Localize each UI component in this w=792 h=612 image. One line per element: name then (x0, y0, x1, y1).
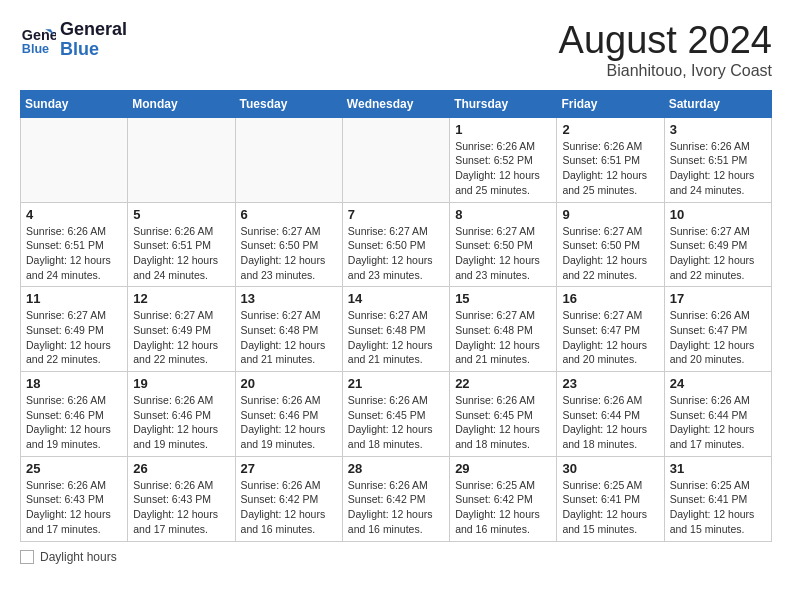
day-header-tuesday: Tuesday (235, 90, 342, 117)
day-number: 26 (133, 461, 229, 476)
day-number: 8 (455, 207, 551, 222)
day-number: 9 (562, 207, 658, 222)
calendar-cell: 24Sunrise: 6:26 AM Sunset: 6:44 PM Dayli… (664, 372, 771, 457)
day-info: Sunrise: 6:26 AM Sunset: 6:43 PM Dayligh… (26, 478, 122, 537)
day-number: 10 (670, 207, 766, 222)
calendar-cell (21, 117, 128, 202)
calendar-cell: 12Sunrise: 6:27 AM Sunset: 6:49 PM Dayli… (128, 287, 235, 372)
day-info: Sunrise: 6:26 AM Sunset: 6:46 PM Dayligh… (26, 393, 122, 452)
day-info: Sunrise: 6:27 AM Sunset: 6:50 PM Dayligh… (348, 224, 444, 283)
day-info: Sunrise: 6:27 AM Sunset: 6:49 PM Dayligh… (133, 308, 229, 367)
day-info: Sunrise: 6:27 AM Sunset: 6:48 PM Dayligh… (241, 308, 337, 367)
day-info: Sunrise: 6:26 AM Sunset: 6:51 PM Dayligh… (133, 224, 229, 283)
day-info: Sunrise: 6:26 AM Sunset: 6:46 PM Dayligh… (133, 393, 229, 452)
logo-icon: General Blue (20, 22, 56, 58)
calendar-cell: 4Sunrise: 6:26 AM Sunset: 6:51 PM Daylig… (21, 202, 128, 287)
calendar-week-3: 11Sunrise: 6:27 AM Sunset: 6:49 PM Dayli… (21, 287, 772, 372)
day-number: 27 (241, 461, 337, 476)
logo: General Blue General Blue (20, 20, 127, 60)
day-info: Sunrise: 6:26 AM Sunset: 6:51 PM Dayligh… (26, 224, 122, 283)
day-number: 20 (241, 376, 337, 391)
calendar-cell: 13Sunrise: 6:27 AM Sunset: 6:48 PM Dayli… (235, 287, 342, 372)
day-number: 2 (562, 122, 658, 137)
calendar-cell: 21Sunrise: 6:26 AM Sunset: 6:45 PM Dayli… (342, 372, 449, 457)
day-info: Sunrise: 6:27 AM Sunset: 6:48 PM Dayligh… (455, 308, 551, 367)
day-number: 28 (348, 461, 444, 476)
calendar-cell: 16Sunrise: 6:27 AM Sunset: 6:47 PM Dayli… (557, 287, 664, 372)
day-header-wednesday: Wednesday (342, 90, 449, 117)
day-info: Sunrise: 6:27 AM Sunset: 6:49 PM Dayligh… (26, 308, 122, 367)
day-number: 4 (26, 207, 122, 222)
day-header-thursday: Thursday (450, 90, 557, 117)
day-number: 16 (562, 291, 658, 306)
day-info: Sunrise: 6:25 AM Sunset: 6:41 PM Dayligh… (562, 478, 658, 537)
calendar-cell (128, 117, 235, 202)
calendar-cell: 26Sunrise: 6:26 AM Sunset: 6:43 PM Dayli… (128, 456, 235, 541)
day-info: Sunrise: 6:26 AM Sunset: 6:42 PM Dayligh… (241, 478, 337, 537)
calendar-cell: 30Sunrise: 6:25 AM Sunset: 6:41 PM Dayli… (557, 456, 664, 541)
day-number: 5 (133, 207, 229, 222)
calendar-week-5: 25Sunrise: 6:26 AM Sunset: 6:43 PM Dayli… (21, 456, 772, 541)
day-info: Sunrise: 6:27 AM Sunset: 6:47 PM Dayligh… (562, 308, 658, 367)
day-number: 11 (26, 291, 122, 306)
day-info: Sunrise: 6:25 AM Sunset: 6:42 PM Dayligh… (455, 478, 551, 537)
day-header-friday: Friday (557, 90, 664, 117)
day-info: Sunrise: 6:26 AM Sunset: 6:44 PM Dayligh… (670, 393, 766, 452)
day-number: 6 (241, 207, 337, 222)
day-number: 13 (241, 291, 337, 306)
day-info: Sunrise: 6:26 AM Sunset: 6:45 PM Dayligh… (455, 393, 551, 452)
footer-note: Daylight hours (20, 550, 772, 564)
calendar-cell (235, 117, 342, 202)
day-info: Sunrise: 6:26 AM Sunset: 6:51 PM Dayligh… (562, 139, 658, 198)
calendar-cell: 2Sunrise: 6:26 AM Sunset: 6:51 PM Daylig… (557, 117, 664, 202)
day-info: Sunrise: 6:25 AM Sunset: 6:41 PM Dayligh… (670, 478, 766, 537)
day-info: Sunrise: 6:26 AM Sunset: 6:52 PM Dayligh… (455, 139, 551, 198)
calendar-cell: 22Sunrise: 6:26 AM Sunset: 6:45 PM Dayli… (450, 372, 557, 457)
day-info: Sunrise: 6:27 AM Sunset: 6:48 PM Dayligh… (348, 308, 444, 367)
day-number: 7 (348, 207, 444, 222)
day-number: 21 (348, 376, 444, 391)
day-number: 18 (26, 376, 122, 391)
calendar-cell: 19Sunrise: 6:26 AM Sunset: 6:46 PM Dayli… (128, 372, 235, 457)
day-number: 12 (133, 291, 229, 306)
calendar-cell: 31Sunrise: 6:25 AM Sunset: 6:41 PM Dayli… (664, 456, 771, 541)
main-title: August 2024 (559, 20, 772, 62)
day-number: 31 (670, 461, 766, 476)
day-number: 14 (348, 291, 444, 306)
calendar-cell: 17Sunrise: 6:26 AM Sunset: 6:47 PM Dayli… (664, 287, 771, 372)
calendar-week-1: 1Sunrise: 6:26 AM Sunset: 6:52 PM Daylig… (21, 117, 772, 202)
footer-label: Daylight hours (40, 550, 117, 564)
calendar-week-4: 18Sunrise: 6:26 AM Sunset: 6:46 PM Dayli… (21, 372, 772, 457)
day-number: 15 (455, 291, 551, 306)
day-info: Sunrise: 6:27 AM Sunset: 6:50 PM Dayligh… (455, 224, 551, 283)
day-info: Sunrise: 6:26 AM Sunset: 6:43 PM Dayligh… (133, 478, 229, 537)
footer-box (20, 550, 34, 564)
logo-general: General (60, 20, 127, 40)
calendar-week-2: 4Sunrise: 6:26 AM Sunset: 6:51 PM Daylig… (21, 202, 772, 287)
calendar-cell: 5Sunrise: 6:26 AM Sunset: 6:51 PM Daylig… (128, 202, 235, 287)
day-header-sunday: Sunday (21, 90, 128, 117)
sub-title: Bianhitouo, Ivory Coast (559, 62, 772, 80)
day-info: Sunrise: 6:27 AM Sunset: 6:49 PM Dayligh… (670, 224, 766, 283)
calendar-cell: 1Sunrise: 6:26 AM Sunset: 6:52 PM Daylig… (450, 117, 557, 202)
calendar-cell: 9Sunrise: 6:27 AM Sunset: 6:50 PM Daylig… (557, 202, 664, 287)
calendar-cell: 3Sunrise: 6:26 AM Sunset: 6:51 PM Daylig… (664, 117, 771, 202)
calendar-cell: 25Sunrise: 6:26 AM Sunset: 6:43 PM Dayli… (21, 456, 128, 541)
day-number: 24 (670, 376, 766, 391)
calendar-cell: 23Sunrise: 6:26 AM Sunset: 6:44 PM Dayli… (557, 372, 664, 457)
calendar-cell: 29Sunrise: 6:25 AM Sunset: 6:42 PM Dayli… (450, 456, 557, 541)
calendar-table: SundayMondayTuesdayWednesdayThursdayFrid… (20, 90, 772, 542)
day-header-saturday: Saturday (664, 90, 771, 117)
day-number: 23 (562, 376, 658, 391)
calendar-cell: 8Sunrise: 6:27 AM Sunset: 6:50 PM Daylig… (450, 202, 557, 287)
calendar-cell (342, 117, 449, 202)
day-info: Sunrise: 6:27 AM Sunset: 6:50 PM Dayligh… (241, 224, 337, 283)
header: General Blue General Blue August 2024 Bi… (20, 20, 772, 80)
day-info: Sunrise: 6:26 AM Sunset: 6:42 PM Dayligh… (348, 478, 444, 537)
day-number: 1 (455, 122, 551, 137)
day-number: 22 (455, 376, 551, 391)
calendar-cell: 11Sunrise: 6:27 AM Sunset: 6:49 PM Dayli… (21, 287, 128, 372)
svg-text:Blue: Blue (22, 41, 49, 55)
calendar-cell: 27Sunrise: 6:26 AM Sunset: 6:42 PM Dayli… (235, 456, 342, 541)
calendar-cell: 14Sunrise: 6:27 AM Sunset: 6:48 PM Dayli… (342, 287, 449, 372)
